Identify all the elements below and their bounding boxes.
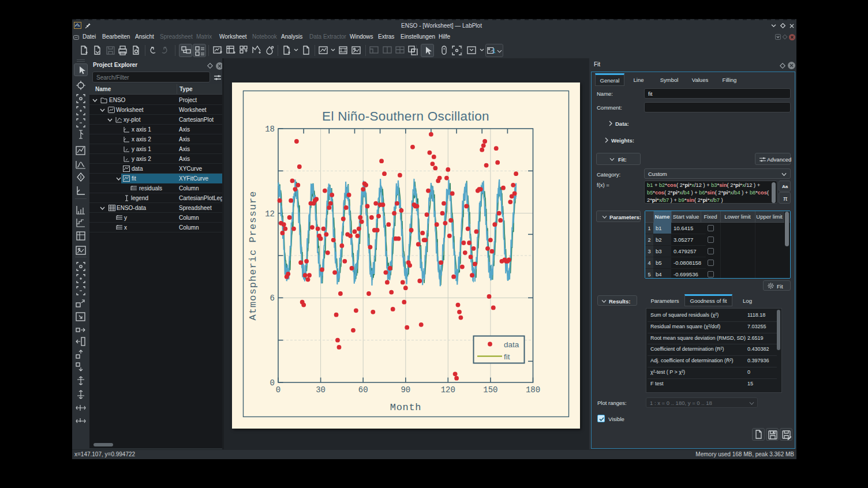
svg-text:data: data [504, 340, 519, 349]
svg-text:0: 0 [270, 378, 275, 388]
svg-text:120: 120 [441, 385, 455, 395]
svg-text:El Niño-Southern Oscillation: El Niño-Southern Oscillation [322, 109, 489, 123]
svg-text:fit: fit [504, 352, 510, 361]
svg-text:180: 180 [526, 385, 540, 395]
svg-text:30: 30 [316, 385, 326, 395]
svg-text:18: 18 [265, 125, 275, 134]
svg-text:6: 6 [270, 294, 275, 303]
svg-text:12: 12 [265, 209, 275, 219]
svg-text:0: 0 [276, 385, 280, 395]
svg-text:Month: Month [390, 402, 422, 413]
svg-text:150: 150 [483, 385, 497, 395]
svg-text:60: 60 [358, 385, 368, 395]
svg-text:Atmospheric Pressure: Atmospheric Pressure [248, 190, 259, 320]
svg-text:90: 90 [401, 385, 410, 395]
